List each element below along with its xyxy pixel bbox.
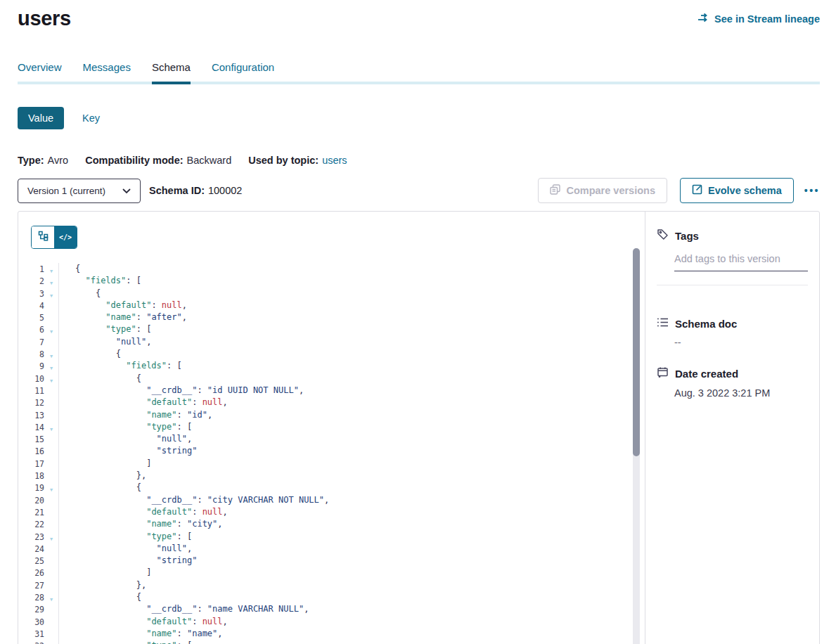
version-select-value: Version 1 (current)	[27, 186, 105, 196]
code-text: "string"	[58, 445, 645, 457]
schema-doc-value: --	[674, 337, 808, 348]
tag-icon	[657, 228, 669, 243]
schema-doc-heading: Schema doc	[675, 318, 737, 330]
type-meta: Type:Avro	[18, 155, 68, 166]
fold-gutter	[44, 603, 58, 615]
code-line: 27 },	[18, 579, 645, 591]
page-title: users	[18, 7, 71, 30]
fold-gutter	[44, 397, 58, 408]
tree-view-button[interactable]	[32, 226, 54, 248]
calendar-icon	[657, 366, 669, 380]
fold-gutter	[44, 311, 58, 323]
value-toggle-button[interactable]: Value	[18, 107, 64, 129]
fold-gutter	[44, 409, 58, 421]
code-scrollbar[interactable]	[633, 248, 640, 644]
compare-versions-icon	[550, 184, 560, 197]
code-text: "__crdb__": "city VARCHAR NOT NULL",	[58, 494, 645, 506]
stream-lineage-icon	[697, 13, 709, 25]
fold-gutter	[44, 336, 58, 348]
type-label: Type:	[18, 155, 44, 166]
tab-schema[interactable]: Schema	[152, 61, 191, 82]
line-number: 18	[18, 470, 44, 482]
fold-arrow-icon[interactable]: ▼	[44, 263, 58, 275]
line-number: 16	[18, 445, 44, 457]
fold-arrow-icon[interactable]: ▼	[44, 421, 58, 433]
code-text: },	[58, 470, 645, 482]
schema-doc-section: Schema doc --	[657, 317, 808, 348]
line-number: 7	[18, 336, 44, 348]
code-line: 1▼{	[18, 263, 645, 275]
tab-overview[interactable]: Overview	[18, 61, 62, 82]
chevron-down-icon	[122, 186, 131, 196]
code-line: 15 "null",	[18, 433, 645, 445]
code-line: 7 "null",	[18, 336, 645, 348]
code-text: "type": [	[58, 323, 645, 335]
line-number: 30	[18, 616, 44, 628]
compare-versions-button[interactable]: Compare versions	[538, 178, 667, 203]
page-header: users See in Stream lineage	[18, 7, 820, 30]
code-text: "name": "city",	[58, 518, 645, 530]
code-text: ]	[58, 567, 645, 579]
used-by-topic-label: Used by topic:	[248, 155, 319, 166]
tab-messages[interactable]: Messages	[83, 61, 131, 82]
code-view-button[interactable]: </>	[54, 226, 77, 248]
fold-arrow-icon[interactable]: ▼	[44, 348, 58, 360]
line-number: 32	[18, 640, 44, 644]
tags-section: Tags	[657, 228, 808, 285]
schema-card: </> 1▼{2▼ "fields": [3▼ {4 "default": nu…	[18, 211, 820, 644]
version-select[interactable]: Version 1 (current)	[18, 179, 141, 203]
code-line: 29 "__crdb__": "name VARCHAR NULL",	[18, 603, 645, 615]
fold-arrow-icon[interactable]: ▼	[44, 482, 58, 494]
compatibility-meta: Compatibility mode:Backward	[85, 155, 231, 166]
fold-arrow-icon[interactable]: ▼	[44, 323, 58, 335]
code-line: 9▼ "fields": [	[18, 360, 645, 372]
code-text: "name": "id",	[58, 409, 645, 421]
fold-arrow-icon[interactable]: ▼	[44, 275, 58, 287]
fold-arrow-icon[interactable]: ▼	[44, 373, 58, 385]
fold-arrow-icon[interactable]: ▼	[44, 591, 58, 603]
code-line: 10▼ {	[18, 373, 645, 385]
tree-view-icon	[38, 231, 49, 244]
code-lines: 1▼{2▼ "fields": [3▼ {4 "default": null,5…	[18, 263, 645, 644]
fold-arrow-icon[interactable]: ▼	[44, 288, 58, 300]
tags-input[interactable]	[674, 253, 808, 271]
code-text: "name": "name",	[58, 628, 645, 640]
code-text: "name": "after",	[58, 311, 645, 323]
view-mode-toggle: </>	[31, 226, 77, 249]
line-number: 29	[18, 603, 44, 615]
fold-arrow-icon[interactable]: ▼	[44, 640, 58, 644]
code-text: "fields": [	[58, 275, 645, 287]
code-text: "type": [	[58, 421, 645, 433]
line-number: 25	[18, 555, 44, 567]
more-actions-button[interactable]: •••	[804, 185, 820, 196]
code-text: {	[58, 482, 645, 494]
code-editor[interactable]: 1▼{2▼ "fields": [3▼ {4 "default": null,5…	[18, 263, 645, 644]
evolve-schema-icon	[692, 184, 702, 197]
fold-gutter	[44, 628, 58, 640]
stream-lineage-link[interactable]: See in Stream lineage	[697, 13, 820, 25]
schema-id-label: Schema ID:	[149, 185, 205, 196]
sidebar-divider	[657, 285, 808, 285]
code-scrollbar-thumb[interactable]	[633, 248, 640, 456]
line-number: 22	[18, 518, 44, 530]
fold-gutter	[44, 518, 58, 530]
code-text: "null",	[58, 336, 645, 348]
code-line: 2▼ "fields": [	[18, 275, 645, 287]
line-number: 19	[18, 482, 44, 494]
line-number: 11	[18, 385, 44, 397]
tab-configuration[interactable]: Configuration	[212, 61, 274, 82]
code-text: "default": null,	[58, 300, 645, 311]
type-value: Avro	[48, 155, 69, 166]
code-line: 30 "default": null,	[18, 616, 645, 628]
evolve-schema-button[interactable]: Evolve schema	[680, 178, 794, 203]
fold-gutter	[44, 385, 58, 397]
value-key-toggle: Value Key	[18, 107, 820, 129]
key-toggle-link[interactable]: Key	[82, 112, 100, 124]
line-number: 24	[18, 543, 44, 555]
topic-link[interactable]: users	[322, 155, 347, 166]
fold-gutter	[44, 433, 58, 445]
line-number: 2	[18, 275, 44, 287]
fold-arrow-icon[interactable]: ▼	[44, 531, 58, 543]
date-created-section: Date created Aug. 3 2022 3:21 PM	[657, 366, 808, 399]
fold-arrow-icon[interactable]: ▼	[44, 360, 58, 372]
